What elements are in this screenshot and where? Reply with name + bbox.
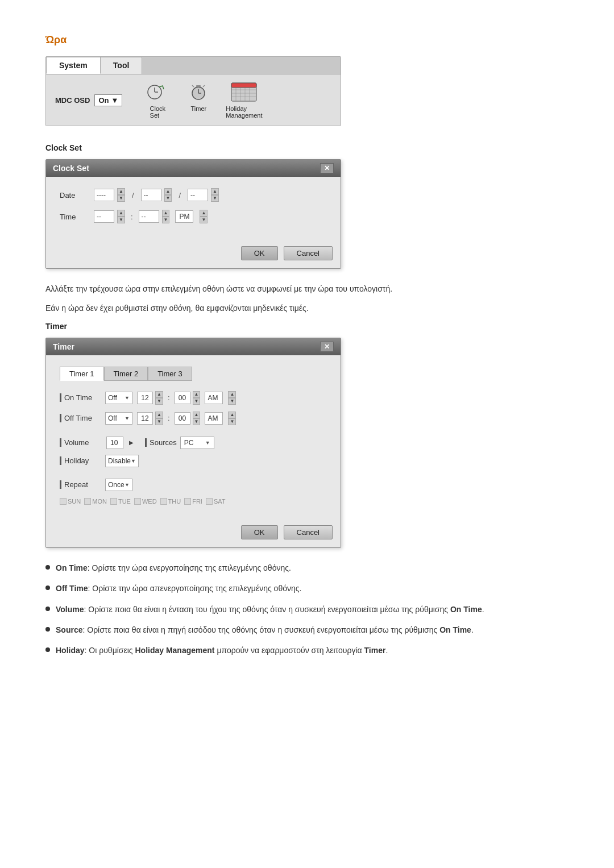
day-fri[interactable]: FRI [184,498,202,505]
clock-set-ok-button[interactable]: OK [241,246,278,260]
tab-tool[interactable]: Tool [100,57,143,74]
timer-tab-1[interactable]: Timer 1 [60,367,104,381]
off-time-label: Off Time [60,414,101,422]
clock-set-close-button[interactable]: ✕ [320,163,334,173]
sat-checkbox[interactable] [206,498,213,505]
off-time-ampm-up[interactable]: ▲ [228,412,236,418]
on-time-ampm-down[interactable]: ▼ [228,398,236,405]
repeat-row: Repeat Once ▼ [60,479,327,491]
time-row: Time -- ▲ ▼ : -- ▲ ▼ PM ▲ ▼ [60,210,327,223]
on-time-status-dropdown[interactable]: Off ▼ [105,392,132,404]
holiday-icon-item[interactable]: HolidayManagement [226,81,262,119]
clock-set-body: Date ---- ▲ ▼ / -- ▲ ▼ / -- ▲ [46,177,341,240]
sources-dropdown[interactable]: PC ▼ [180,437,214,449]
off-time-hour-down[interactable]: ▼ [155,418,163,425]
holiday-management-icon [230,81,258,103]
on-time-min-down[interactable]: ▼ [193,398,201,405]
timer-tab-3[interactable]: Timer 3 [148,367,192,381]
time-down-m[interactable]: ▼ [162,217,170,223]
bullet-source: Source: Ορίστε ποια θα είναι η πηγή εισό… [45,624,569,636]
timer-titlebar: Timer ✕ [46,338,341,355]
off-time-ampm-down[interactable]: ▼ [228,418,236,425]
date-down-1[interactable]: ▼ [117,195,125,202]
date-arrows-3[interactable]: ▲ ▼ [211,188,219,202]
day-mon[interactable]: MON [84,498,107,505]
bullet-dot-3 [45,607,50,611]
off-time-min-arrows[interactable]: ▲ ▼ [193,412,201,425]
on-time-hour-down[interactable]: ▼ [155,398,163,405]
sources-group: Sources PC ▼ [145,437,214,449]
day-wed[interactable]: WED [134,498,157,505]
ampm-down[interactable]: ▼ [200,217,208,223]
time-down-h[interactable]: ▼ [117,217,125,223]
timer-close-button[interactable]: ✕ [320,342,334,352]
clock-set-label: ClockSet [150,105,166,119]
sun-checkbox[interactable] [60,498,67,505]
time-arrows-h[interactable]: ▲ ▼ [117,210,125,223]
thu-checkbox[interactable] [160,498,167,505]
off-time-min-up[interactable]: ▲ [193,412,201,418]
off-time-hour-arrows[interactable]: ▲ ▼ [155,412,163,425]
on-time-ampm-arrows[interactable]: ▲ ▼ [228,391,236,405]
time-up-m[interactable]: ▲ [162,210,170,217]
repeat-dropdown[interactable]: Once ▼ [105,479,132,491]
fri-checkbox[interactable] [184,498,191,505]
sources-dropdown-arrow-icon: ▼ [205,440,210,446]
timer-label: Timer [190,105,206,112]
holiday-bold: Holiday [56,646,85,655]
timer-cancel-button[interactable]: Cancel [284,525,333,539]
tab-system[interactable]: System [46,57,101,74]
mon-checkbox[interactable] [84,498,91,505]
system-panel-tabs: System Tool [46,57,341,74]
day-thu[interactable]: THU [160,498,181,505]
timer-footer: OK Cancel [46,520,341,547]
sat-label: SAT [214,498,226,505]
ampm-arrows[interactable]: ▲ ▼ [200,210,208,223]
on-dropdown[interactable]: On ▼ [94,94,122,106]
time-val-m: -- [139,210,159,223]
off-time-status-dropdown[interactable]: Off ▼ [105,412,132,425]
off-time-hour-up[interactable]: ▲ [155,412,163,418]
date-up-2[interactable]: ▲ [164,188,172,195]
off-time-min-down[interactable]: ▼ [193,418,201,425]
bullet-holiday-text: Holiday: Οι ρυθμίσεις Holiday Management… [56,644,388,657]
date-arrows-1[interactable]: ▲ ▼ [117,188,125,202]
on-time-hour-arrows[interactable]: ▲ ▼ [155,391,163,405]
clock-set-cancel-button[interactable]: Cancel [284,246,333,260]
date-up-1[interactable]: ▲ [117,188,125,195]
on-time-label: On Time [60,393,101,402]
clock-set-icon-item[interactable]: ClockSet [144,81,171,119]
days-row: SUN MON TUE WED THU FRI [60,498,327,505]
on-time-hour-up[interactable]: ▲ [155,391,163,398]
bullet-dot-4 [45,627,50,632]
fri-label: FRI [192,498,202,505]
tue-checkbox[interactable] [110,498,117,505]
holiday-dropdown[interactable]: Disable ▼ [105,455,139,467]
date-spinner-3: -- ▲ ▼ [188,188,219,202]
time-arrows-m[interactable]: ▲ ▼ [162,210,170,223]
off-time-ampm-arrows[interactable]: ▲ ▼ [228,412,236,425]
ampm-up[interactable]: ▲ [200,210,208,217]
timer-icon-item[interactable]: Timer [185,81,212,119]
on-time-min-up[interactable]: ▲ [193,391,201,398]
on-time-dropdown-arrow-icon: ▼ [125,395,130,401]
off-time-min-group: 00 ▲ ▼ [175,412,201,425]
time-up-h[interactable]: ▲ [117,210,125,217]
day-sun[interactable]: SUN [60,498,81,505]
date-up-3[interactable]: ▲ [211,188,219,195]
date-arrows-2[interactable]: ▲ ▼ [164,188,172,202]
on-time-ampm-up[interactable]: ▲ [228,391,236,398]
on-time-min-arrows[interactable]: ▲ ▼ [193,391,201,405]
bullet-on-time: On Time: Ορίστε την ώρα ενεργοποίησης τη… [45,562,569,574]
date-down-2[interactable]: ▼ [164,195,172,202]
timer-tabs: Timer 1 Timer 2 Timer 3 [60,367,327,381]
off-time-hour: 12 [137,412,153,425]
timer-ok-button[interactable]: OK [241,525,278,539]
volume-right-arrow-icon[interactable]: ▶ [129,439,134,446]
date-down-3[interactable]: ▼ [211,195,219,202]
wed-checkbox[interactable] [134,498,141,505]
day-sat[interactable]: SAT [206,498,226,505]
day-tue[interactable]: TUE [110,498,131,505]
mon-label: MON [92,498,107,505]
timer-tab-2[interactable]: Timer 2 [104,367,148,381]
